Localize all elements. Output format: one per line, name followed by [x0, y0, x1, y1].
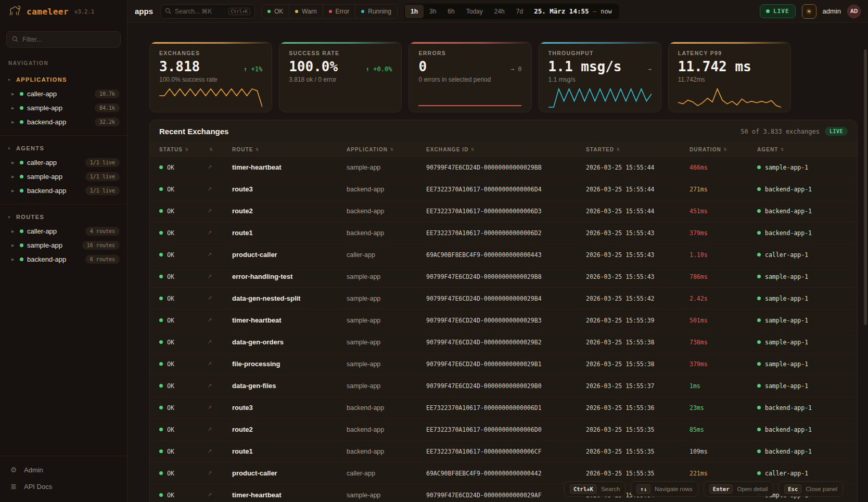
table-row[interactable]: OK ↗ route3 backend-app EE7322370A10617-… — [150, 178, 857, 200]
column-header[interactable]: APPLICATION ⇅ — [347, 147, 426, 152]
kpi-delta: → — [648, 66, 652, 73]
kpi-card[interactable]: THROUGHPUT 1.1 msg/s → 1.1 msg/s — [539, 42, 661, 112]
table-row[interactable]: OK ↗ data-gen-orders sample-app 90799F47… — [150, 331, 857, 353]
route-link-icon[interactable]: ↗ — [207, 426, 232, 433]
route-link-icon[interactable]: ↗ — [207, 361, 232, 367]
column-header[interactable]: STATUS ⇅ — [159, 147, 207, 152]
route-link-icon[interactable]: ↗ — [207, 382, 232, 389]
sidebar-footer-item[interactable]: ⚙ Admin — [4, 461, 123, 478]
sidebar-item-caller-app[interactable]: ▶ caller-app 1/1 live — [0, 156, 127, 170]
range-button-24h[interactable]: 24h — [489, 5, 510, 18]
route-link-icon[interactable]: ↗ — [207, 164, 232, 171]
route-link-icon[interactable]: ↗ — [207, 470, 232, 477]
route-link-icon[interactable]: ↗ — [207, 273, 232, 280]
filter-input[interactable] — [22, 36, 115, 43]
kpi-card[interactable]: LATENCY P99 11.742 ms 11.742ms — [668, 42, 791, 112]
sidebar-item-backend-app[interactable]: ▶ backend-app 32.2k — [0, 115, 127, 129]
route-link-icon[interactable]: ↗ — [207, 208, 232, 214]
sort-icon[interactable]: ⇅ — [616, 147, 620, 152]
sidebar-item-backend-app[interactable]: ▶ backend-app 1/1 live — [0, 184, 127, 198]
range-button-today[interactable]: Today — [461, 5, 489, 18]
sidebar-item-label: caller-app — [27, 90, 57, 98]
table-row[interactable]: OK ↗ route2 backend-app EE7322370A10617-… — [150, 419, 857, 441]
table-row[interactable]: OK ↗ data-gen-nested-split sample-app 90… — [150, 288, 857, 310]
column-header[interactable]: STARTED ⇅ — [586, 147, 690, 152]
route-link-icon[interactable]: ↗ — [207, 295, 232, 302]
ok-status-dot — [159, 340, 163, 344]
column-header[interactable]: DURATION ⇅ — [690, 147, 757, 152]
row-application: sample-app — [347, 492, 426, 499]
row-duration: 786ms — [690, 273, 757, 280]
ok-status-dot — [159, 253, 163, 256]
sidebar-item-caller-app[interactable]: ▶ caller-app 4 routes — [0, 224, 127, 238]
table-row[interactable]: OK ↗ error-handling-test sample-app 9079… — [150, 266, 857, 288]
table-row[interactable]: OK ↗ timer-heartbeat sample-app 90799F47… — [150, 157, 857, 178]
range-button-3h[interactable]: 3h — [424, 5, 442, 18]
route-link-icon[interactable]: ↗ — [207, 339, 232, 345]
sort-icon[interactable]: ⇅ — [723, 147, 727, 152]
scrollbar-thumb[interactable] — [864, 49, 867, 325]
context-label: apps — [135, 7, 153, 16]
table-row[interactable]: OK ↗ product-caller caller-app 69AC90BF8… — [150, 244, 857, 266]
row-status: OK — [167, 492, 174, 499]
kpi-card[interactable]: SUCCESS RATE 100.0% ↑ +0.0% 3.818 ok / 0… — [279, 42, 402, 112]
row-agent: caller-app-1 — [765, 470, 808, 477]
table-row[interactable]: OK ↗ route1 backend-app EE7322370A10617-… — [150, 222, 857, 244]
table-row[interactable]: OK ↗ timer-heartbeat sample-app 90799F47… — [150, 310, 857, 331]
route-link-icon[interactable]: ↗ — [207, 186, 232, 192]
sidebar-item-sample-app[interactable]: ▶ sample-app 84.1k — [0, 101, 127, 115]
range-button-7d[interactable]: 7d — [510, 5, 529, 18]
table-row[interactable]: OK ↗ data-gen-files sample-app 90799F47E… — [150, 375, 857, 397]
column-header[interactable]: EXCHANGE ID ⇅ — [426, 147, 586, 152]
theme-toggle-button[interactable]: ☀ — [802, 4, 816, 19]
table-row[interactable]: OK ↗ route1 backend-app EE7322370A10617-… — [150, 441, 857, 462]
chevron-right-icon: ▶ — [11, 106, 16, 110]
table-row[interactable]: OK ↗ route2 backend-app EE7322370A10617-… — [150, 200, 857, 222]
table-row[interactable]: OK ↗ file-processing sample-app 90799F47… — [150, 353, 857, 375]
kpi-card[interactable]: ERRORS 0 → 0 0 errors in selected period — [409, 42, 531, 112]
route-link-icon[interactable]: ↗ — [207, 229, 232, 236]
route-link-icon[interactable]: ↗ — [207, 448, 232, 455]
route-link-icon[interactable]: ↗ — [207, 404, 232, 411]
table-row[interactable]: OK ↗ route3 backend-app EE7322370A10617-… — [150, 397, 857, 419]
sort-icon[interactable]: ⇅ — [185, 147, 189, 152]
sort-icon[interactable]: ⇅ — [390, 147, 394, 152]
range-button-6h[interactable]: 6h — [442, 5, 460, 18]
table-body: OK ↗ timer-heartbeat sample-app 90799F47… — [150, 157, 857, 502]
route-link-icon[interactable]: ↗ — [207, 317, 232, 324]
route-link-icon[interactable]: ↗ — [207, 251, 232, 258]
sidebar-item-sample-app[interactable]: ▶ sample-app 16 routes — [0, 238, 127, 252]
sidebar-item-caller-app[interactable]: ▶ caller-app 10.7k — [0, 87, 127, 101]
section-header[interactable]: ▼ AGENTS — [0, 136, 127, 156]
status-filter-error[interactable]: Error — [323, 5, 355, 18]
sort-icon[interactable]: ⇅ — [781, 147, 785, 152]
column-header[interactable]: AGENT ⇅ — [757, 147, 848, 152]
section-header[interactable]: ▼ APPLICATIONS — [0, 67, 127, 87]
sort-icon[interactable]: ⇅ — [256, 147, 260, 152]
ok-status-dot — [159, 165, 163, 169]
sort-icon[interactable]: ⇅ — [209, 147, 213, 152]
row-status: OK — [167, 186, 174, 193]
column-header[interactable]: ⇅ — [207, 147, 232, 152]
global-search[interactable]: Ctrl+K — [160, 4, 255, 19]
status-filter-ok[interactable]: OK — [262, 5, 289, 18]
status-filter-running[interactable]: Running — [355, 5, 397, 18]
avatar[interactable]: AD — [847, 5, 861, 18]
status-filter-warn[interactable]: Warn — [289, 5, 322, 18]
range-button-1h[interactable]: 1h — [405, 5, 424, 18]
search-input[interactable] — [175, 8, 224, 15]
row-duration: 271ms — [690, 186, 757, 193]
kpi-card[interactable]: EXCHANGES 3.818 ↑ +1% 100.0% success rat… — [149, 42, 272, 112]
column-header[interactable]: ROUTE ⇅ — [232, 147, 347, 152]
section-header[interactable]: ▼ ROUTES — [0, 204, 127, 224]
route-link-icon[interactable]: ↗ — [207, 492, 232, 498]
sidebar-filter[interactable] — [6, 31, 121, 48]
sidebar-item-backend-app[interactable]: ▶ backend-app 6 routes — [0, 252, 127, 266]
sidebar-item-sample-app[interactable]: ▶ sample-app 1/1 live — [0, 170, 127, 184]
sidebar-footer-item[interactable]: ≣ API Docs — [4, 478, 123, 495]
live-toggle-button[interactable]: LIVE — [760, 4, 796, 18]
time-display[interactable]: 25. März 14:55 – now — [529, 7, 618, 15]
row-route: timer-heartbeat — [232, 316, 347, 324]
chevron-right-icon: ▶ — [11, 161, 16, 165]
sort-icon[interactable]: ⇅ — [471, 147, 475, 152]
